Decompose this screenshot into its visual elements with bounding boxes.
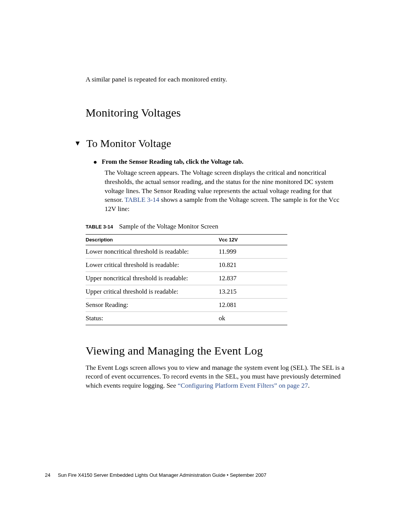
cell-description: Upper noncritical threshold is readable: xyxy=(86,272,219,285)
page-number: 24 xyxy=(45,472,50,478)
table-xref-link[interactable]: TABLE 3-14 xyxy=(124,196,159,203)
event-log-paragraph: The Event Logs screen allows you to view… xyxy=(86,363,344,390)
cell-value: 12.081 xyxy=(219,298,287,312)
cell-value: ok xyxy=(219,312,287,325)
footer-text: Sun Fire X4150 Server Embedded Lights Ou… xyxy=(58,472,266,478)
step-block: ● From the Sensor Reading tab, click the… xyxy=(93,157,344,214)
table-row: Lower critical threshold is readable: 10… xyxy=(86,258,287,272)
col-vcc12v: Vcc 12V xyxy=(219,234,287,245)
cell-value: 13.215 xyxy=(219,285,287,298)
cell-description: Upper critical threshold is readable: xyxy=(86,285,219,298)
col-description: Description xyxy=(86,234,219,245)
step-row: ● From the Sensor Reading tab, click the… xyxy=(93,157,344,166)
table-row: Upper noncritical threshold is readable:… xyxy=(86,272,287,285)
heading-viewing-event-log: Viewing and Managing the Event Log xyxy=(86,344,344,357)
triangle-down-icon: ▼ xyxy=(74,140,81,147)
event-log-post: . xyxy=(308,382,309,389)
table-row: Upper critical threshold is readable: 13… xyxy=(86,285,287,298)
table-row: Sensor Reading: 12.081 xyxy=(86,298,287,312)
table-caption-text: Sample of the Voltage Monitor Screen xyxy=(119,223,218,230)
table-row: Status: ok xyxy=(86,312,287,325)
step-body: The Voltage screen appears. The Voltage … xyxy=(93,168,344,213)
table-caption-label: TABLE 3-14 xyxy=(86,224,113,230)
bullet-icon: ● xyxy=(93,158,97,167)
page: A similar panel is repeated for each mon… xyxy=(0,0,411,532)
cell-value: 12.837 xyxy=(219,272,287,285)
cell-description: Lower noncritical threshold is readable: xyxy=(86,245,219,258)
event-filters-xref-link[interactable]: “Configuring Platform Event Filters” on … xyxy=(178,382,308,389)
cell-value: 11.999 xyxy=(219,245,287,258)
intro-paragraph: A similar panel is repeated for each mon… xyxy=(86,75,344,84)
cell-description: Sensor Reading: xyxy=(86,298,219,312)
table-row: Lower noncritical threshold is readable:… xyxy=(86,245,287,258)
voltage-table: Description Vcc 12V Lower noncritical th… xyxy=(86,234,287,325)
heading-to-monitor-voltage: To Monitor Voltage xyxy=(86,137,171,150)
table-header-row: Description Vcc 12V xyxy=(86,234,287,245)
cell-value: 10.821 xyxy=(219,258,287,272)
step-instruction: From the Sensor Reading tab, click the V… xyxy=(102,157,243,166)
heading-monitoring-voltages: Monitoring Voltages xyxy=(86,106,344,119)
task-heading-row: ▼ To Monitor Voltage xyxy=(74,137,344,150)
cell-description: Status: xyxy=(86,312,219,325)
table-caption: TABLE 3-14 Sample of the Voltage Monitor… xyxy=(86,223,344,230)
cell-description: Lower critical threshold is readable: xyxy=(86,258,219,272)
page-footer: 24 Sun Fire X4150 Server Embedded Lights… xyxy=(45,472,266,478)
